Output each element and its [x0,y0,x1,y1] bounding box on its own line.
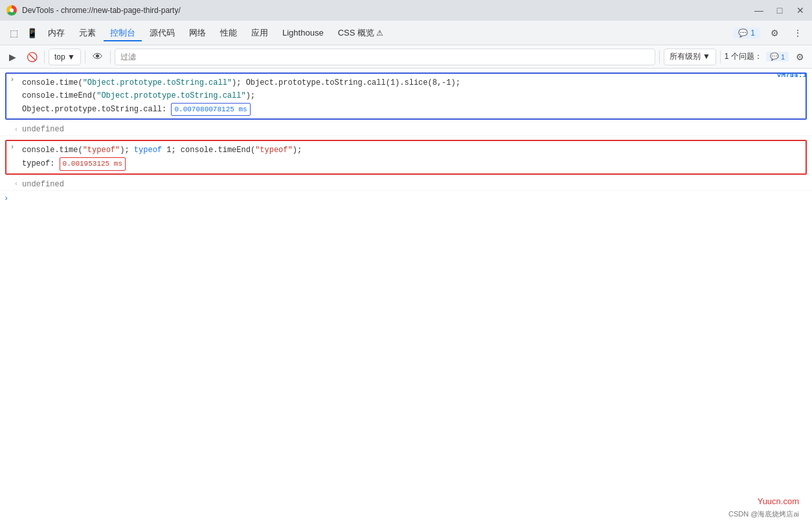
watermark-sub: CSDN @海底烧烤店ai [728,509,799,519]
watermark-main: Yuucn.com [758,496,799,506]
issue-number: 1 [781,53,785,61]
code-text-4d: typeof [134,146,162,155]
code-line-2: console.timeEnd("Object.prototype.toStri… [22,89,802,102]
tab-performance[interactable]: 性能 [214,25,243,41]
entry-expand-arrow-2[interactable]: › [6,141,18,153]
tab-cssoverview[interactable]: CSS 概览 ⚠ [332,25,390,41]
code-line-3: Object.prototype.toString.call: 0.007080… [22,103,802,116]
code-label-2: typeof: [22,159,60,168]
console-settings-icon[interactable]: ⚙ [791,49,808,65]
issue-badge[interactable]: 💬 1 [766,52,789,61]
menu-right-controls: 💬 1 ⚙ ⋮ [733,24,807,42]
code-text-4e: 1; console.timeEnd( [162,146,255,155]
context-selector[interactable]: top ▼ [49,49,81,65]
console-entry-blue-content: console.time("Object.prototype.toString.… [18,74,806,118]
console-toolbar: ▶ 🚫 top ▼ 👁 所有级别 ▼ 1 个问题： 💬 1 ⚙ [0,45,812,69]
source-link-2[interactable]: VM711:1 [777,71,807,79]
chat-count: 1 [750,28,755,38]
context-label: top ▼ [54,52,75,61]
code-line-4: console.time("typeof"); typeof 1; consol… [22,144,802,157]
code-line-5: typeof: 0.001953125 ms [22,157,802,171]
console-input-prompt[interactable]: › [0,191,812,206]
eye-icon[interactable]: 👁 [89,49,106,65]
menu-bar: ⬚ 📱 内存 元素 控制台 源代码 网络 性能 应用 Lighthouse CS… [0,21,812,45]
tab-elements[interactable]: 元素 [73,25,102,41]
prompt-caret-icon: › [4,194,8,203]
value-box-blue: 0.007080078125 ms [171,103,250,116]
code-label-1: Object.prototype.toString.call: [22,105,171,114]
code-text-2a: console.timeEnd( [22,91,96,100]
chat-icon: 💬 [738,28,748,38]
code-text-4g: ); [293,146,302,155]
undefined-text-1: undefined [22,125,64,134]
level-label: 所有级别 ▼ [670,51,710,62]
left-arrow-1: ‹ [14,126,18,133]
devtools-menu-icon[interactable]: ⬚ [5,25,22,41]
issue-count-display: 1 个问题： 💬 1 [725,51,789,62]
issues-badge[interactable]: 💬 1 [733,27,760,39]
window-title: DevTools - chrome://new-tab-page-third-p… [22,6,749,15]
toolbar-divider-1 [44,50,45,63]
toolbar-divider-5 [720,50,721,63]
code-text-4c: ); [120,146,134,155]
issue-chat-icon: 💬 [770,52,779,61]
toolbar-divider-3 [110,50,111,63]
maximize-button[interactable]: □ [774,5,785,16]
filter-input[interactable] [115,49,655,65]
code-line-1: console.time("Object.prototype.toString.… [22,76,802,89]
tab-memory[interactable]: 内存 [41,25,71,41]
undefined-text-2: undefined [22,180,64,189]
main-area: › console.time("Object.prototype.toStrin… [0,69,812,532]
entry-expand-arrow-1[interactable]: › [6,74,18,85]
console-entry-red-content: console.time("typeof"); typeof 1; consol… [18,141,806,173]
code-text-2b: "Object.prototype.toString.call" [96,91,245,100]
minimize-button[interactable]: — [754,5,764,16]
left-arrow-2: ‹ [14,181,18,188]
close-button[interactable]: ✕ [795,5,806,16]
console-entry-red-block: › console.time("typeof"); typeof 1; cons… [5,140,807,174]
console-expand-icon[interactable]: ▶ [4,49,21,65]
tab-network[interactable]: 网络 [183,25,212,41]
console-entry-blue-block: › console.time("Object.prototype.toStrin… [5,72,807,120]
cssoverview-warning-icon: ⚠ [376,28,383,38]
window-controls: — □ ✕ [754,5,806,16]
code-text-1a: console.time( [22,78,83,87]
title-bar: DevTools - chrome://new-tab-page-third-p… [0,0,812,21]
log-level-selector[interactable]: 所有级别 ▼ [664,49,716,65]
favicon-icon [6,5,17,16]
code-text-2c: ); [246,91,255,100]
code-text-1c: ); Object.prototype.toString.call(1).sli… [232,78,460,87]
console-content: › console.time("Object.prototype.toStrin… [0,69,812,532]
tab-console[interactable]: 控制台 [104,25,142,41]
settings-icon[interactable]: ⚙ [765,24,784,42]
code-text-4f: "typeof" [255,146,293,155]
code-text-1b: "Object.prototype.toString.call" [83,78,232,87]
toolbar-divider-4 [659,50,660,63]
tab-sources[interactable]: 源代码 [143,25,181,41]
code-text-4b: "typeof" [83,146,120,155]
undefined-line-2: ‹ undefined [0,179,812,191]
issue-count-label: 1 个问题： [725,51,762,62]
toolbar-divider-2 [85,50,85,63]
more-options-icon[interactable]: ⋮ [789,24,807,42]
clear-console-button[interactable]: 🚫 [23,49,40,65]
undefined-line-1: ‹ undefined [0,124,812,136]
tab-application[interactable]: 应用 [245,25,275,41]
code-text-4a: console.time( [22,146,83,155]
tab-lighthouse[interactable]: Lighthouse [276,25,330,40]
device-toolbar-icon[interactable]: 📱 [23,25,40,41]
value-box-red: 0.001953125 ms [60,157,126,171]
